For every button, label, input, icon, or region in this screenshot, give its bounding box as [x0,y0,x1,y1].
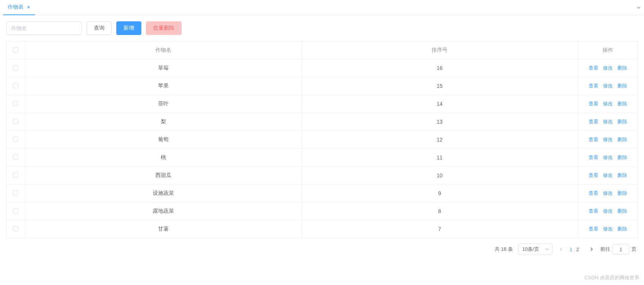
table-row: 苹果15查看修改删除 [6,77,638,95]
delete-link[interactable]: 删除 [617,65,627,71]
view-link[interactable]: 查看 [589,154,598,160]
cell-sort: 7 [301,220,578,238]
cell-name: 桃 [25,149,301,167]
column-header-sort: 排序号 [301,41,578,59]
edit-link[interactable]: 修改 [603,83,613,89]
batch-delete-button[interactable]: 批量删除 [146,21,182,35]
row-checkbox[interactable] [13,154,18,160]
view-link[interactable]: 查看 [589,190,598,196]
cell-sort: 14 [301,95,578,113]
cell-name: 甘薯 [25,220,301,238]
delete-link[interactable]: 删除 [617,119,627,124]
edit-link[interactable]: 修改 [603,208,613,214]
delete-link[interactable]: 删除 [617,190,627,196]
delete-link[interactable]: 删除 [617,226,627,232]
cell-name: 梨 [25,113,301,131]
cell-name: 设施蔬菜 [25,185,301,202]
select-all-checkbox[interactable] [13,47,18,53]
delete-link[interactable]: 删除 [617,208,627,214]
view-link[interactable]: 查看 [589,172,598,178]
table-row: 露地蔬菜8查看修改删除 [6,202,638,220]
view-link[interactable]: 查看 [589,226,598,232]
delete-link[interactable]: 删除 [617,83,627,89]
cell-sort: 11 [301,149,578,167]
page-number[interactable]: 1 [570,247,573,252]
column-header-name: 作物名 [25,41,301,59]
edit-link[interactable]: 修改 [603,226,613,232]
page-size-select[interactable]: 10条/页 [518,244,552,255]
edit-link[interactable]: 修改 [603,190,613,196]
column-header-ops: 操作 [578,41,638,59]
cell-sort: 16 [301,59,578,77]
search-button[interactable]: 查询 [87,21,112,35]
tab-label: 作物表 [8,4,24,11]
cell-name: 茶叶 [25,95,301,113]
cell-sort: 8 [301,202,578,220]
row-checkbox[interactable] [13,137,18,142]
prev-page-button[interactable] [558,247,565,252]
view-link[interactable]: 查看 [589,137,598,142]
page-number[interactable]: 2 [576,247,579,252]
view-link[interactable]: 查看 [589,83,598,89]
page-size-label: 10条/页 [522,246,539,253]
delete-link[interactable]: 删除 [617,101,627,107]
table-row: 茶叶14查看修改删除 [6,95,638,113]
cell-sort: 13 [301,113,578,131]
cell-name: 草莓 [25,59,301,77]
row-checkbox[interactable] [13,172,18,178]
table-row: 设施蔬菜9查看修改删除 [6,185,638,202]
row-checkbox[interactable] [13,208,18,213]
edit-link[interactable]: 修改 [603,65,613,71]
tab-crops[interactable]: 作物表 ✕ [3,0,35,15]
tabs-expand-icon[interactable] [636,0,641,15]
row-checkbox[interactable] [13,83,18,88]
add-button[interactable]: 新增 [116,21,141,35]
table-row: 草莓16查看修改删除 [6,59,638,77]
chevron-down-icon [545,247,549,252]
edit-link[interactable]: 修改 [603,137,613,142]
table-row: 葡萄12查看修改删除 [6,131,638,149]
next-page-button[interactable] [588,247,595,252]
view-link[interactable]: 查看 [589,65,598,71]
toolbar: 查询 新增 批量删除 [0,15,644,41]
cell-name: 西甜瓜 [25,167,301,185]
goto-prefix: 前往 [600,246,610,253]
close-icon[interactable]: ✕ [27,5,30,10]
view-link[interactable]: 查看 [589,119,598,124]
delete-link[interactable]: 删除 [617,137,627,142]
edit-link[interactable]: 修改 [603,119,613,124]
cell-name: 露地蔬菜 [25,202,301,220]
view-link[interactable]: 查看 [589,101,598,107]
delete-link[interactable]: 删除 [617,154,627,160]
table-row: 甘薯7查看修改删除 [6,220,638,238]
row-checkbox[interactable] [13,119,18,124]
search-input[interactable] [6,21,82,35]
edit-link[interactable]: 修改 [603,172,613,178]
data-table: 作物名 排序号 操作 草莓16查看修改删除苹果15查看修改删除茶叶14查看修改删… [6,41,638,238]
cell-name: 葡萄 [25,131,301,149]
row-checkbox[interactable] [13,190,18,196]
edit-link[interactable]: 修改 [603,154,613,160]
table-row: 梨13查看修改删除 [6,113,638,131]
table-row: 桃11查看修改删除 [6,149,638,167]
row-checkbox[interactable] [13,101,18,106]
delete-link[interactable]: 删除 [617,172,627,178]
cell-sort: 15 [301,77,578,95]
goto-suffix: 页 [631,246,636,253]
edit-link[interactable]: 修改 [603,101,613,107]
cell-name: 苹果 [25,77,301,95]
cell-sort: 12 [301,131,578,149]
view-link[interactable]: 查看 [589,208,598,214]
tabs-bar: 作物表 ✕ [0,0,644,15]
pagination-total: 共 16 条 [495,246,513,253]
cell-sort: 9 [301,185,578,202]
row-checkbox[interactable] [13,65,18,70]
table-row: 西甜瓜10查看修改删除 [6,167,638,185]
goto-page-input[interactable] [612,244,629,255]
pagination: 共 16 条 10条/页 12 前往 页 [0,238,644,260]
row-checkbox[interactable] [13,226,18,231]
cell-sort: 10 [301,167,578,185]
